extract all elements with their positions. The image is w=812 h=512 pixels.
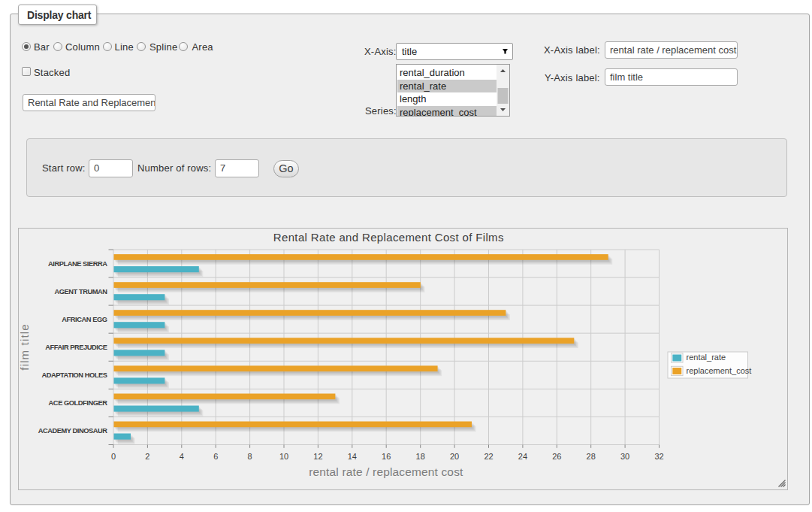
svg-text:10: 10 [279,452,288,461]
svg-text:ADAPTATION HOLES: ADAPTATION HOLES [42,371,107,379]
svg-text:20: 20 [450,452,459,461]
svg-text:AIRPLANE SIERRA: AIRPLANE SIERRA [48,260,107,268]
svg-text:30: 30 [620,452,629,461]
svg-text:0: 0 [111,452,116,461]
svg-text:film title: film title [19,323,31,370]
svg-text:4: 4 [180,452,184,461]
svg-text:rental rate / replacement cost: rental rate / replacement cost [309,465,463,478]
svg-text:32: 32 [654,452,663,461]
svg-text:2: 2 [145,452,149,461]
svg-text:6: 6 [213,452,218,461]
svg-text:ACADEMY DINOSAUR: ACADEMY DINOSAUR [38,427,108,435]
svg-text:rental_rate: rental_rate [687,353,726,362]
svg-text:22: 22 [484,452,493,461]
svg-text:14: 14 [348,452,357,461]
svg-text:8: 8 [248,452,252,461]
svg-text:AGENT TRUMAN: AGENT TRUMAN [54,288,107,295]
svg-text:AFRICAN EGG: AFRICAN EGG [62,316,107,323]
svg-text:Rental Rate and Replacement Co: Rental Rate and Replacement Cost of Film… [273,231,504,244]
svg-text:replacement_cost: replacement_cost [687,366,752,375]
svg-text:26: 26 [552,452,561,461]
svg-text:16: 16 [382,452,391,461]
svg-text:18: 18 [416,452,425,461]
svg-text:28: 28 [587,452,596,461]
svg-text:24: 24 [518,452,527,461]
svg-text:AFFAIR PREJUDICE: AFFAIR PREJUDICE [45,344,107,351]
svg-text:12: 12 [313,452,322,461]
svg-text:ACE GOLDFINGER: ACE GOLDFINGER [49,399,108,407]
